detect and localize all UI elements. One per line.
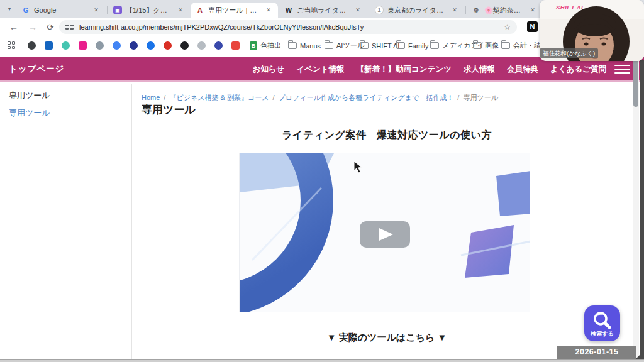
tab-close-icon[interactable]: ✕ bbox=[450, 7, 459, 13]
url-text[interactable]: learning.shift-ai.co.jp/members/mjTPK2PD… bbox=[79, 23, 499, 31]
search-fab-label: 検索する bbox=[584, 330, 620, 338]
folder-icon bbox=[396, 42, 405, 49]
breadcrumb-separator: / bbox=[457, 94, 459, 101]
sidebar-item-dedicated-tools[interactable]: 専用ツール bbox=[9, 107, 50, 119]
nav-faq[interactable]: よくあるご質問 bbox=[550, 64, 606, 75]
recording-timestamp: 2026-01-15 22:37:33 bbox=[557, 346, 636, 359]
tab-close-icon[interactable]: ✕ bbox=[176, 7, 185, 13]
shift-ai-logo: SHIFT AI bbox=[556, 4, 583, 11]
bookmark-star-icon[interactable]: ☆ bbox=[504, 23, 511, 31]
nav-news[interactable]: お知らせ bbox=[253, 64, 285, 75]
forward-icon[interactable]: → bbox=[26, 21, 39, 33]
folder-icon bbox=[473, 42, 482, 49]
tab-crowdworks[interactable]: ▣ 【1/15】クラウドワークスから ✕ bbox=[108, 3, 190, 18]
site-logo-top-page[interactable]: トップページ bbox=[9, 63, 65, 75]
tab-title: 東京都のライター 業務委 bbox=[387, 6, 447, 15]
page-title: 専用ツール bbox=[142, 102, 196, 117]
mouse-cursor bbox=[353, 161, 364, 173]
bookmark-label: Family bbox=[408, 42, 428, 50]
bookmark-favicon[interactable] bbox=[113, 41, 121, 50]
bookmark-favicon[interactable] bbox=[96, 41, 104, 50]
tab-dedicated-tools-active[interactable]: A 専用ツール｜トップページ ✕ bbox=[191, 3, 278, 18]
window-right-edge bbox=[640, 60, 644, 359]
bookmark-favicon[interactable] bbox=[197, 41, 206, 50]
bookmark-favicon[interactable] bbox=[28, 41, 36, 50]
tab-title: ご当地ライターという選択 bbox=[297, 6, 350, 15]
page-scrollbar[interactable] bbox=[633, 57, 639, 359]
site-settings-icon[interactable] bbox=[65, 23, 74, 31]
bookmark-folder-family[interactable]: Family bbox=[396, 40, 428, 51]
bookmark-favicon[interactable] bbox=[62, 41, 70, 50]
tab-search-chevron-icon[interactable]: ▾ bbox=[5, 4, 14, 13]
reload-icon[interactable]: ⟳ bbox=[44, 21, 57, 33]
bookmark-color-extract[interactable]: B 色抽出 bbox=[250, 40, 281, 51]
nav-jobs[interactable]: 求人情報 bbox=[464, 64, 495, 75]
bookmark-favicon[interactable] bbox=[147, 41, 155, 50]
nav-member-benefits[interactable]: 会員特典 bbox=[507, 64, 538, 75]
video-title: ライティング案件 爆速対応ツールの使い方 bbox=[133, 129, 640, 142]
bookmark-favicon[interactable] bbox=[231, 41, 240, 50]
webcam-overlay: SHIFT AI 福住花和(かなふく) bbox=[540, 0, 644, 61]
bookmark-folder-manus[interactable]: Manus bbox=[288, 40, 321, 51]
tab-separator bbox=[465, 6, 466, 14]
purple-app-icon: ▣ bbox=[113, 6, 122, 14]
actual-tool-cta: ▼ 実際のツールはこちら ▼ bbox=[133, 332, 640, 344]
bookmark-label: Manus bbox=[300, 42, 321, 50]
nav-events[interactable]: イベント情報 bbox=[296, 64, 344, 75]
sidebar: 専用ツール 専用ツール bbox=[0, 84, 132, 359]
bookmark-favicon[interactable] bbox=[164, 41, 172, 50]
tab-tokyo-writer[interactable]: 1 東京都のライター 業務委 ✕ bbox=[370, 3, 464, 18]
apps-grid-icon[interactable] bbox=[8, 41, 16, 50]
breadcrumb-course[interactable]: 『ビジネス構築 & 副業』コース bbox=[169, 94, 269, 101]
bookmark-folder-images[interactable]: 画像 bbox=[473, 40, 499, 51]
bookmark-favicon[interactable] bbox=[79, 41, 87, 50]
document-b-icon: B bbox=[250, 41, 257, 50]
circle-1-icon: 1 bbox=[375, 6, 384, 14]
tab-google[interactable]: G Google ✕ bbox=[16, 3, 106, 18]
bookmark-label: 画像 bbox=[485, 41, 499, 50]
breadcrumb-separator: / bbox=[164, 94, 165, 101]
google-icon: G bbox=[21, 6, 30, 14]
tab-contract-checklist[interactable]: ⚙ 🌸契約条件・確認リスト ✕ bbox=[467, 3, 542, 18]
breadcrumb-separator: / bbox=[272, 94, 274, 101]
notion-extension-icon[interactable]: N bbox=[527, 21, 538, 32]
tab-close-icon[interactable]: ✕ bbox=[264, 7, 273, 13]
w-icon: W bbox=[284, 6, 293, 14]
window-bottom-edge bbox=[0, 359, 644, 362]
video-thumbnail bbox=[240, 153, 530, 312]
folder-icon bbox=[430, 42, 439, 49]
tab-close-icon[interactable]: ✕ bbox=[528, 7, 537, 13]
folder-icon bbox=[288, 42, 297, 49]
gear-icon: ⚙ bbox=[472, 6, 480, 14]
breadcrumb-home[interactable]: Home bbox=[142, 94, 160, 101]
breadcrumb-lesson[interactable]: プロフィール作成から各種ライティングまで一括作成！ bbox=[278, 94, 453, 101]
bookmark-favicon[interactable] bbox=[130, 41, 138, 50]
tab-title: 専用ツール｜トップページ bbox=[208, 6, 260, 15]
sidebar-heading: 専用ツール bbox=[9, 90, 50, 101]
back-icon[interactable]: ← bbox=[8, 21, 20, 33]
play-button[interactable] bbox=[360, 221, 410, 248]
breadcrumb: Home/『ビジネス構築 & 副業』コース/プロフィール作成から各種ライティング… bbox=[142, 93, 498, 102]
menu-icon[interactable] bbox=[614, 65, 630, 74]
tab-title: 🌸契約条件・確認リスト bbox=[484, 6, 525, 15]
search-icon bbox=[584, 308, 620, 333]
bookmark-folder-shift-ai[interactable]: SHIFT AI bbox=[360, 40, 399, 51]
tab-close-icon[interactable]: ✕ bbox=[92, 7, 101, 13]
bookmark-folder-ai-tools[interactable]: AIツール bbox=[325, 40, 364, 51]
nav-new-video-content[interactable]: 【新着！】動画コンテンツ bbox=[357, 64, 452, 75]
folder-icon bbox=[501, 42, 510, 49]
tab-close-icon[interactable]: ✕ bbox=[353, 7, 362, 13]
bookmark-favicon[interactable] bbox=[180, 41, 189, 50]
search-fab-button[interactable]: 検索する bbox=[584, 305, 620, 341]
tab-title: 【1/15】クラウドワークスから bbox=[126, 6, 172, 15]
video-player[interactable] bbox=[239, 153, 530, 312]
tab-separator bbox=[107, 6, 108, 14]
bookmark-label: 色抽出 bbox=[260, 41, 281, 50]
screen: ▾ G Google ✕ ▣ 【1/15】クラウドワークスから ✕ A 専用ツー… bbox=[0, 0, 644, 362]
scrollbar-thumb[interactable] bbox=[633, 58, 638, 107]
breadcrumb-current: 専用ツール bbox=[463, 94, 498, 101]
tab-local-writer[interactable]: W ご当地ライターという選択 ✕ bbox=[279, 3, 367, 18]
address-bar[interactable]: learning.shift-ai.co.jp/members/mjTPK2PD… bbox=[59, 20, 517, 34]
bookmark-favicon[interactable] bbox=[45, 41, 53, 50]
bookmark-favicon[interactable] bbox=[214, 41, 223, 50]
